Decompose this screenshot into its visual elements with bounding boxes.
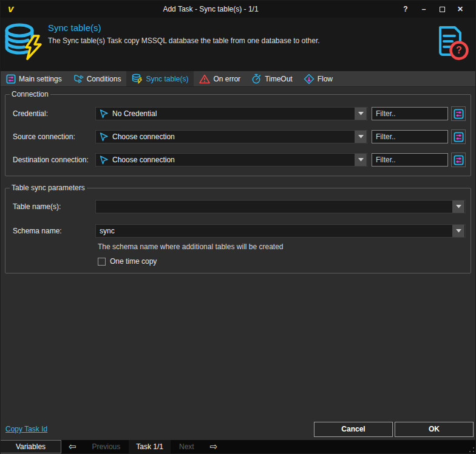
task-tabs: Main settings Conditions Sync table(s): [1, 71, 475, 87]
source-connection-value: Choose connection: [112, 132, 355, 141]
dropdown-arrow-icon[interactable]: [355, 154, 367, 166]
dropdown-arrow-icon[interactable]: [355, 131, 367, 143]
credential-label: Credential:: [10, 109, 95, 118]
task-description: The Sync table(s) Task copy MSSQL databa…: [48, 36, 430, 45]
dialog-actions: Copy Task Id Cancel OK: [1, 420, 475, 438]
branch-arrows-icon: [73, 74, 84, 84]
previous-arrow-icon[interactable]: ⇦: [61, 440, 84, 453]
database-bolt-icon: [132, 74, 143, 84]
schema-hint: The schema name where additional tables …: [98, 242, 468, 251]
tab-flow[interactable]: Flow: [298, 71, 338, 86]
variables-button[interactable]: Variables: [1, 440, 61, 453]
copy-task-id-link[interactable]: Copy Task Id: [5, 425, 47, 433]
destination-connection-label: Destination connection:: [10, 156, 95, 164]
destination-connection-row: Destination connection: Choose connectio…: [10, 153, 466, 167]
tab-conditions[interactable]: Conditions: [67, 71, 127, 86]
minimize-button[interactable]: –: [415, 1, 433, 17]
source-connection-combobox[interactable]: Choose connection: [95, 130, 368, 143]
tab-main-settings[interactable]: Main settings: [1, 71, 67, 86]
credential-value: No Credential: [112, 109, 355, 118]
documentation-help-icon[interactable]: ?: [430, 22, 471, 63]
tab-label: Sync table(s): [146, 75, 188, 83]
schema-name-combobox[interactable]: sync: [95, 224, 466, 238]
sliders-icon: [454, 109, 464, 119]
sliders-icon: [454, 132, 464, 142]
maximize-icon: [440, 7, 445, 12]
task-nav-bar: Variables ⇦ Previous Task 1/1 Next ⇨: [1, 440, 475, 453]
connection-cursor-icon: [99, 109, 109, 119]
tab-timeout[interactable]: TimeOut: [246, 71, 298, 86]
schema-name-row: Schema name: sync: [10, 224, 466, 238]
warning-triangle-icon: [199, 74, 210, 84]
table-sync-group: Table sync parameters Table name(s): Sch…: [5, 184, 471, 273]
next-button[interactable]: Next: [171, 440, 203, 453]
app-logo-icon: v: [1, 1, 25, 18]
task-type-title: Sync table(s): [48, 22, 430, 33]
schema-name-value: sync: [100, 227, 452, 235]
destination-connection-value: Choose connection: [112, 156, 355, 164]
connection-cursor-icon: [99, 132, 109, 142]
stopwatch-icon: [251, 74, 262, 84]
connection-group-title: Connection: [10, 90, 50, 98]
cancel-button[interactable]: Cancel: [314, 422, 393, 437]
destination-connection-combobox[interactable]: Choose connection: [95, 153, 368, 167]
source-connection-row: Source connection: Choose connection: [10, 129, 466, 144]
credential-row: Credential: No Credential: [10, 106, 466, 121]
tab-label: Flow: [318, 75, 333, 83]
destination-connection-manage-button[interactable]: [451, 153, 466, 167]
one-time-copy-label: One time copy: [110, 257, 157, 266]
source-connection-manage-button[interactable]: [451, 129, 466, 144]
tab-on-error[interactable]: On error: [194, 71, 246, 86]
resize-grip[interactable]: [469, 447, 474, 452]
credential-combobox[interactable]: No Credential: [95, 107, 368, 120]
close-button[interactable]: ✕: [451, 1, 469, 17]
maximize-button[interactable]: [433, 1, 451, 17]
help-button[interactable]: ?: [396, 1, 415, 17]
table-sync-group-title: Table sync parameters: [10, 184, 87, 192]
dropdown-arrow-icon[interactable]: [355, 108, 367, 120]
next-arrow-icon[interactable]: ⇨: [203, 440, 225, 453]
dropdown-arrow-icon[interactable]: [452, 225, 464, 237]
tab-label: TimeOut: [265, 75, 293, 83]
ok-button[interactable]: OK: [395, 422, 474, 437]
task-header: Sync table(s) The Sync table(s) Task cop…: [1, 18, 475, 71]
sliders-icon: [454, 155, 464, 165]
tab-sync-tables[interactable]: Sync table(s): [126, 71, 194, 86]
previous-button[interactable]: Previous: [84, 440, 129, 453]
credential-manage-button[interactable]: [451, 106, 466, 121]
database-bolt-icon: [4, 22, 44, 61]
window-title: Add Task - Sync table(s) - 1/1: [25, 5, 396, 13]
credential-filter-input[interactable]: [372, 107, 448, 120]
destination-connection-filter-input[interactable]: [372, 153, 448, 167]
table-names-label: Table name(s):: [10, 202, 95, 211]
tab-label: Conditions: [87, 75, 121, 83]
dropdown-arrow-icon[interactable]: [452, 201, 464, 213]
flow-diamond-icon: [304, 74, 314, 84]
one-time-copy-checkbox[interactable]: [98, 258, 106, 266]
tab-content: Connection Credential: No Credential: [1, 87, 475, 440]
connection-cursor-icon: [99, 155, 109, 165]
svg-text:?: ?: [456, 45, 462, 55]
title-bar: v Add Task - Sync table(s) - 1/1 ? – ✕: [1, 1, 475, 18]
schema-name-label: Schema name:: [10, 227, 95, 235]
connection-group: Connection Credential: No Credential: [5, 90, 471, 176]
source-connection-filter-input[interactable]: [372, 130, 448, 143]
tab-label: Main settings: [19, 75, 62, 83]
task-counter: Task 1/1: [129, 440, 171, 453]
add-task-dialog: v Add Task - Sync table(s) - 1/1 ? – ✕ S…: [0, 0, 476, 454]
sliders-icon: [6, 74, 16, 84]
table-names-combobox[interactable]: [95, 200, 466, 213]
source-connection-label: Source connection:: [10, 132, 95, 141]
table-names-row: Table name(s):: [10, 200, 466, 213]
tab-label: On error: [213, 75, 240, 83]
one-time-copy-row: One time copy: [98, 257, 468, 266]
